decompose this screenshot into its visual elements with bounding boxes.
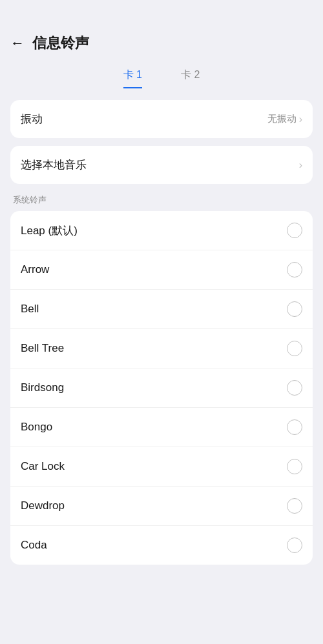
vibration-row[interactable]: 振动 无振动 › xyxy=(10,100,313,138)
tab-card2[interactable]: 卡 2 xyxy=(181,68,200,88)
ringtone-label: Birdsong xyxy=(21,381,64,394)
list-item[interactable]: Bongo xyxy=(10,408,313,447)
radio-button[interactable] xyxy=(287,538,302,553)
ringtone-label: Coda xyxy=(21,539,47,552)
ringtones-list: Leap (默认)ArrowBellBell TreeBirdsongBongo… xyxy=(10,211,313,565)
ringtone-label: Bell xyxy=(21,303,39,316)
header: ← 信息铃声 xyxy=(0,0,323,63)
ringtone-label: Dewdrop xyxy=(21,499,65,512)
radio-button[interactable] xyxy=(287,380,302,396)
list-item[interactable]: Birdsong xyxy=(10,368,313,408)
chevron-right-icon: › xyxy=(299,114,302,125)
ringtone-label: Bell Tree xyxy=(21,342,64,355)
radio-button[interactable] xyxy=(287,341,302,356)
ringtone-label: Car Lock xyxy=(21,460,65,473)
local-music-row[interactable]: 选择本地音乐 › xyxy=(10,146,313,184)
radio-button[interactable] xyxy=(287,419,302,435)
page-title: 信息铃声 xyxy=(32,34,89,53)
radio-button[interactable] xyxy=(287,223,302,238)
list-item[interactable]: Car Lock xyxy=(10,447,313,487)
section-label-system-ringtones: 系统铃声 xyxy=(0,192,323,211)
local-music-label: 选择本地音乐 xyxy=(21,157,87,172)
radio-button[interactable] xyxy=(287,459,302,474)
back-button[interactable]: ← xyxy=(10,36,25,50)
list-item[interactable]: Coda xyxy=(10,526,313,565)
vibration-label: 振动 xyxy=(21,112,43,126)
tab-bar: 卡 1 卡 2 xyxy=(0,63,323,88)
list-item[interactable]: Arrow xyxy=(10,250,313,290)
radio-button[interactable] xyxy=(287,301,302,317)
ringtone-label: Bongo xyxy=(21,421,52,434)
list-item[interactable]: Dewdrop xyxy=(10,487,313,526)
list-item[interactable]: Bell Tree xyxy=(10,329,313,368)
vibration-card: 振动 无振动 › xyxy=(10,100,313,138)
ringtone-label: Leap (默认) xyxy=(21,223,78,238)
ringtone-label: Arrow xyxy=(21,263,49,276)
vibration-value-group: 无振动 › xyxy=(267,113,302,125)
list-item[interactable]: Bell xyxy=(10,290,313,329)
local-music-chevron-group: › xyxy=(299,159,302,171)
list-item[interactable]: Leap (默认) xyxy=(10,211,313,250)
vibration-value: 无振动 xyxy=(267,113,297,125)
radio-button[interactable] xyxy=(287,262,302,277)
local-music-card: 选择本地音乐 › xyxy=(10,146,313,184)
chevron-right-icon: › xyxy=(299,159,302,171)
radio-button[interactable] xyxy=(287,498,302,514)
tab-card1[interactable]: 卡 1 xyxy=(123,68,142,88)
